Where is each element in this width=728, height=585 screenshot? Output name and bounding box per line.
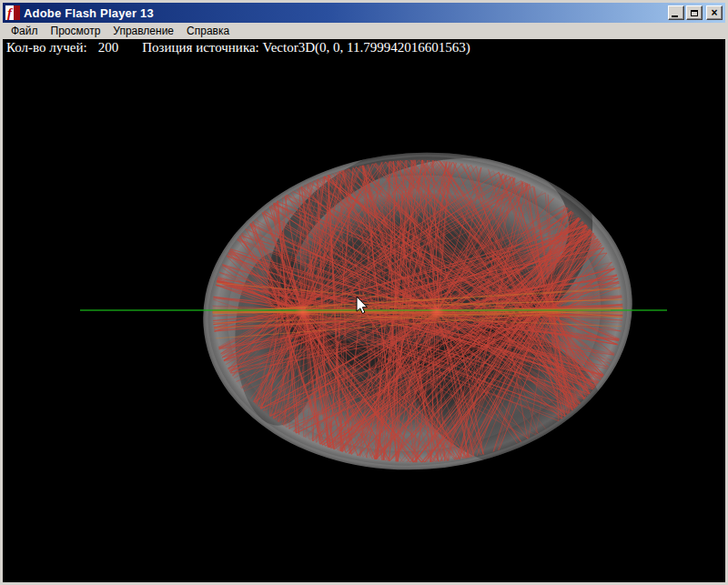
hud-status-line: Кол-во лучей:200Позиция источника: Vecto… xyxy=(6,40,470,55)
window-title: Adobe Flash Player 13 xyxy=(24,6,664,20)
maximize-icon xyxy=(691,10,698,16)
minimize-button[interactable] xyxy=(668,5,684,20)
menu-help[interactable]: Справка xyxy=(180,23,236,39)
ray-count-label: Кол-во лучей: xyxy=(6,40,87,55)
maximize-button[interactable] xyxy=(686,5,703,20)
menu-bar: Файл Просмотр Управление Справка xyxy=(3,23,725,39)
ellipsoid-front-sheen xyxy=(195,140,642,482)
window-titlebar[interactable]: f Adobe Flash Player 13 × xyxy=(3,3,725,23)
minimize-icon xyxy=(672,15,678,17)
flash-stage[interactable]: Кол-во лучей:200Позиция источника: Vecto… xyxy=(3,39,725,582)
close-button[interactable]: × xyxy=(706,5,723,20)
ray-count-value: 200 xyxy=(98,40,119,55)
source-position-value: Vector3D(0, 0, 11.799942016601563) xyxy=(263,40,470,55)
source-position-label: Позиция источника: xyxy=(142,40,259,55)
menu-file[interactable]: Файл xyxy=(5,23,45,39)
menu-view[interactable]: Просмотр xyxy=(45,23,107,39)
menu-control[interactable]: Управление xyxy=(106,23,180,39)
close-icon: × xyxy=(711,8,717,18)
ray-tracing-visualization[interactable] xyxy=(3,39,725,582)
flash-player-window: f Adobe Flash Player 13 × Файл Просмотр … xyxy=(0,0,728,585)
window-controls: × xyxy=(668,5,723,20)
flash-player-icon: f xyxy=(5,5,20,20)
